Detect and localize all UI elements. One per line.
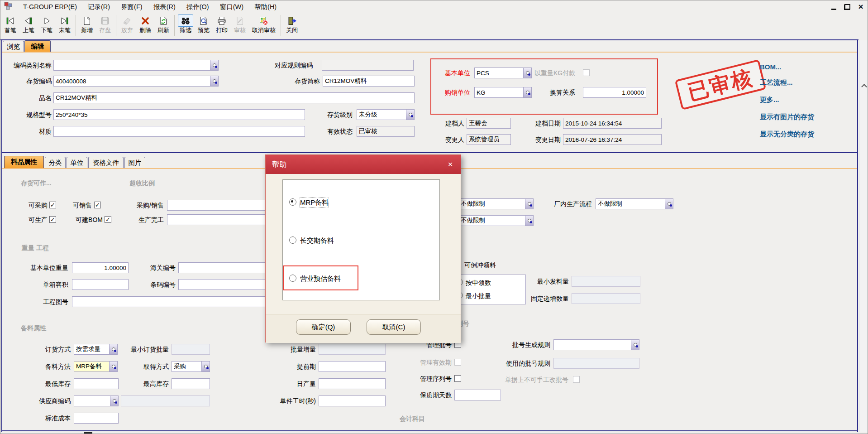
- minimize-button[interactable]: [828, 1, 839, 12]
- rule-code-input[interactable]: [322, 60, 413, 70]
- toolbar-first-record[interactable]: 首笔: [1, 14, 19, 34]
- checkbox-sellable[interactable]: [94, 202, 101, 208]
- link-more[interactable]: 更多...: [760, 96, 779, 104]
- radio-long-cycle-backup[interactable]: [289, 236, 296, 244]
- shelf-days-input[interactable]: [455, 390, 501, 400]
- subtab-classification[interactable]: 分类: [45, 157, 66, 168]
- link-process-flow[interactable]: 工艺流程...: [760, 78, 793, 87]
- toolbar-refresh[interactable]: 刷新: [154, 14, 172, 34]
- unit-weight-input[interactable]: [72, 263, 128, 273]
- toolbar-new[interactable]: 新增: [78, 14, 96, 34]
- box-volume-input[interactable]: [72, 280, 128, 289]
- batch-rule-input[interactable]: [554, 340, 631, 350]
- std-cost-input[interactable]: [74, 413, 118, 423]
- menu-interface[interactable]: 界面(F): [115, 1, 148, 13]
- checkbox-manage-serial[interactable]: [454, 375, 461, 382]
- link-show-unclassified[interactable]: 显示无分类的存货: [760, 130, 814, 139]
- lead-time-input[interactable]: [319, 362, 385, 371]
- toolbar-last-record[interactable]: 末笔: [56, 14, 74, 34]
- spec-input[interactable]: [54, 110, 305, 120]
- lookup-icon[interactable]: [110, 396, 118, 406]
- restore-button[interactable]: [841, 1, 853, 12]
- vertical-scrollbar[interactable]: [859, 40, 868, 432]
- factory-flow-input[interactable]: [596, 199, 665, 209]
- toolbar-prev-record[interactable]: 上笔: [19, 14, 38, 34]
- unit-hours-input[interactable]: [319, 396, 385, 406]
- scroll-up-icon[interactable]: [861, 84, 867, 90]
- menu-record[interactable]: 记录(R): [82, 1, 115, 13]
- dialog-ok-button[interactable]: 确定(Q): [296, 319, 351, 335]
- checkbox-no-manual-batch[interactable]: [573, 376, 580, 383]
- subtab-qualification[interactable]: 资格文件: [88, 157, 124, 168]
- conversion-input[interactable]: [583, 87, 646, 97]
- backup-method-input[interactable]: [74, 362, 109, 371]
- tab-browse[interactable]: 浏览: [3, 41, 24, 52]
- dialog-cancel-button[interactable]: 取消(C): [367, 319, 421, 335]
- lookup-icon[interactable]: [210, 60, 218, 70]
- lookup-icon[interactable]: [109, 362, 117, 371]
- checkbox-pay-by-kg[interactable]: [583, 69, 590, 76]
- base-unit-input[interactable]: [475, 68, 523, 78]
- inv-level-input[interactable]: [357, 110, 406, 120]
- checkbox-producible[interactable]: [49, 216, 56, 223]
- checkbox-purchasable[interactable]: [49, 202, 56, 208]
- toolbar-audit[interactable]: 审核: [231, 14, 249, 34]
- toolbar-print[interactable]: 打印: [213, 14, 231, 34]
- menu-app[interactable]: T-GROUP ERP(E): [18, 2, 82, 12]
- toolbar-close-form[interactable]: 关闭: [283, 14, 301, 34]
- lookup-icon[interactable]: [525, 199, 533, 209]
- order-mode-input[interactable]: [74, 344, 109, 354]
- acquire-mode-input[interactable]: [172, 362, 201, 371]
- daily-output-input[interactable]: [319, 379, 385, 389]
- radio-sales-forecast-backup[interactable]: [289, 275, 296, 282]
- lookup-icon[interactable]: [109, 344, 117, 354]
- product-name-input[interactable]: [54, 93, 414, 103]
- menu-window[interactable]: 窗口(W): [215, 1, 249, 13]
- checkbox-bom-allowed[interactable]: [105, 216, 111, 223]
- menu-report[interactable]: 报表(R): [148, 1, 181, 13]
- option-sales-forecast-backup[interactable]: 营业预估备料: [300, 274, 341, 283]
- inv-short-input[interactable]: [323, 76, 414, 86]
- option-mrp-backup[interactable]: MRP备料: [300, 198, 329, 207]
- trade-unit-input[interactable]: [475, 87, 523, 97]
- min-stock-input[interactable]: [74, 379, 118, 389]
- lookup-icon[interactable]: [523, 68, 531, 78]
- max-stock-input[interactable]: [172, 379, 210, 389]
- toolbar-save[interactable]: 存盘: [96, 14, 114, 34]
- lookup-icon[interactable]: [523, 87, 531, 97]
- toolbar-filter[interactable]: 筛选: [176, 14, 195, 34]
- close-button[interactable]: ×: [855, 1, 867, 12]
- lookup-icon[interactable]: [525, 216, 533, 226]
- material-input[interactable]: [54, 126, 305, 136]
- tab-edit[interactable]: 编辑: [24, 40, 51, 52]
- link-bom[interactable]: BOM...: [760, 63, 782, 71]
- link-show-with-images[interactable]: 显示有图片的存货: [760, 113, 814, 121]
- customs-code-input[interactable]: [179, 263, 265, 273]
- subtab-unit[interactable]: 单位: [67, 157, 87, 168]
- lookup-icon[interactable]: [201, 362, 210, 371]
- toolbar-cancel-audit[interactable]: 取消审核: [249, 14, 279, 34]
- toolbar-next-record[interactable]: 下笔: [38, 14, 56, 34]
- toolbar-abandon[interactable]: 放弃: [118, 14, 136, 34]
- dialog-close-icon[interactable]: ×: [444, 159, 456, 170]
- lookup-icon[interactable]: [210, 76, 218, 86]
- subtab-item-attributes[interactable]: 料品属性: [4, 156, 44, 168]
- lookup-icon[interactable]: [665, 199, 673, 209]
- inv-code-input[interactable]: [54, 76, 210, 86]
- limit-1-input[interactable]: [459, 199, 525, 209]
- code-class-input[interactable]: [54, 60, 210, 70]
- menu-operation[interactable]: 操作(O): [181, 1, 215, 13]
- lookup-icon[interactable]: [631, 340, 639, 350]
- checkbox-manage-validity[interactable]: [454, 359, 461, 366]
- barcode-input[interactable]: [179, 280, 265, 289]
- toolbar-preview[interactable]: 预览: [195, 14, 213, 34]
- over-purchase-sell-input[interactable]: [167, 200, 280, 210]
- toolbar-delete[interactable]: 删除: [136, 14, 154, 34]
- option-long-cycle-backup[interactable]: 长交期备料: [300, 236, 334, 245]
- drawing-no-input[interactable]: [72, 297, 265, 307]
- subtab-image[interactable]: 图片: [124, 157, 145, 168]
- over-production-input[interactable]: [167, 215, 280, 225]
- menu-help[interactable]: 帮助(H): [249, 1, 282, 13]
- radio-mrp-backup[interactable]: [289, 198, 296, 206]
- lookup-icon[interactable]: [406, 110, 414, 120]
